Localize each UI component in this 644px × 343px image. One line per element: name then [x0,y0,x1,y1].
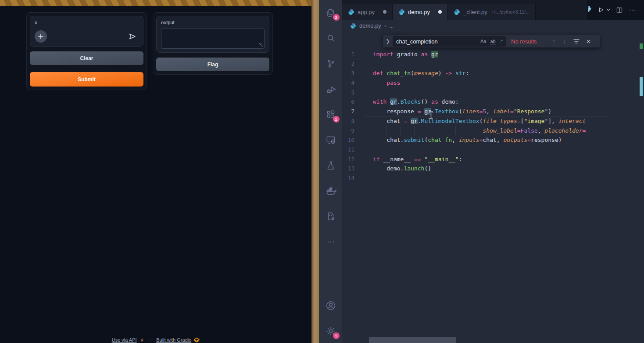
code-line[interactable]: 7 response = gr.Textbox(lines=5, label="… [342,107,609,116]
output-form: output Flag [153,12,273,75]
find-input-wrap: Aa ab .* [393,36,506,47]
match-case-icon[interactable]: Aa [480,39,486,44]
tab-label: app.py [358,9,375,15]
more-icon[interactable] [325,236,337,248]
plus-icon [38,34,43,39]
line-number: 3 [342,69,363,78]
explorer-badge: 2 [333,14,340,21]
find-in-selection-icon[interactable] [573,39,580,44]
code-line[interactable]: 2 [342,59,609,69]
multimodal-textbox[interactable]: x [30,16,143,47]
python-icon [398,9,405,15]
line-number: 6 [342,97,363,107]
line-number: 5 [342,88,363,97]
code-line[interactable]: 12if __name__ == "__main__": [342,155,609,164]
ruler-selection-mark [640,43,643,49]
built-with-gradio-link[interactable]: Built with Gradio [156,337,191,343]
extensions-icon[interactable]: 1 [325,109,337,120]
split-editor-icon[interactable] [616,7,623,14]
editor-region: app.py demo.py _client.py ~/.../python3.… [342,0,644,343]
explorer-icon[interactable]: 2 [325,7,337,18]
minimap[interactable] [609,20,639,343]
find-previous-icon[interactable]: ↑ [552,38,555,45]
code-line[interactable]: 4 pass [342,78,609,88]
line-number: 1 [342,50,363,59]
breadcrumb-more[interactable]: ... [389,22,394,29]
code-line[interactable]: 11 [342,145,609,155]
code-line[interactable]: 5 [342,88,609,97]
gradio-footer: Use via API · Built with Gradio [0,337,311,343]
regex-icon[interactable]: .* [500,39,503,44]
code-line[interactable]: 10 chat.submit(chat_fn, inputs=chat, out… [342,135,609,145]
gradio-app: x Clear Submit output [0,0,311,343]
modified-dot-icon[interactable] [438,10,442,14]
breadcrumb-file[interactable]: demo.py [359,22,381,29]
gradio-row: x Clear Submit output [0,6,311,90]
line-number: 2 [342,59,363,69]
toggle-replace-icon[interactable]: ❯ [383,38,393,44]
tab-label: demo.py [408,9,430,15]
submit-button[interactable]: Submit [30,72,143,87]
breadcrumb[interactable]: demo.py › ... [342,20,644,32]
python-icon [588,6,592,14]
source-control-icon[interactable] [325,58,337,69]
use-via-api-link[interactable]: Use via API [112,337,137,343]
search-icon[interactable] [325,32,337,44]
clear-button[interactable]: Clear [30,51,143,65]
settings-badge: 1 [333,332,340,339]
code-line[interactable]: 14 [342,173,609,183]
docker-icon[interactable] [325,185,337,197]
api-bolt-icon [140,338,144,343]
accounts-icon[interactable] [325,300,337,311]
remote-explorer-icon[interactable] [325,134,337,146]
line-number: 10 [342,135,363,145]
vscode-window: 2 1 [319,0,644,343]
flag-button[interactable]: Flag [156,58,269,71]
attach-file-button[interactable] [35,30,47,43]
find-results-status: No results [511,38,551,45]
tab-bar: app.py demo.py _client.py ~/.../python3.… [342,0,644,20]
line-number: 8 [342,116,363,126]
modified-dot-icon[interactable] [383,10,386,14]
code-editor[interactable]: 1import gradio as gr23def chat_fn(messag… [342,32,609,337]
screen: x Clear Submit output [0,0,644,343]
footer-separator: · [150,337,151,343]
settings-gear-icon[interactable]: 1 [325,325,337,337]
python-icon [348,9,354,15]
testing-icon[interactable] [325,160,337,171]
tab-app-py[interactable]: app.py [342,4,393,20]
progress-stripe-bar [0,0,311,6]
send-button[interactable] [125,30,139,43]
close-find-icon[interactable]: ✕ [586,38,591,45]
code-line[interactable]: 9 show_label=False, placeholder= [342,126,609,136]
tab-client-py[interactable]: _client.py ~/.../python3.11/... [448,4,536,20]
find-input[interactable] [393,38,480,45]
find-next-icon[interactable]: ↓ [563,38,566,45]
output-block: output [156,16,269,53]
send-icon [129,33,136,40]
overview-ruler [639,20,644,343]
tab-demo-py[interactable]: demo.py [393,4,448,20]
tab-label: _client.py [463,9,487,15]
resize-handle-icon[interactable] [259,43,263,47]
run-debug-icon[interactable] [325,83,337,95]
input-label: x [35,20,139,25]
line-number: 11 [342,145,363,155]
output-textarea[interactable] [161,29,265,49]
ruler-modified-mark [640,77,643,96]
run-python-file-button[interactable] [597,6,610,14]
find-widget: ❯ Aa ab .* No results ↑ ↓ ✕ [383,35,600,48]
line-number: 13 [342,164,363,173]
line-number: 4 [342,78,363,88]
code-line[interactable]: 6with gr.Blocks() as demo: [342,97,609,107]
code-line[interactable]: 8 chat = gr.MultimodalTextbox(file_types… [342,116,609,126]
python-icon [350,23,356,29]
horizontal-scrollbar[interactable] [369,337,456,343]
more-actions-icon[interactable] [629,7,636,14]
line-number: 12 [342,155,363,164]
runner-settings-icon[interactable] [325,211,337,222]
code-line[interactable]: 3def chat_fn(message) -> str: [342,69,609,78]
code-line[interactable]: 1import gradio as gr [342,50,609,59]
code-line[interactable]: 13 demo.launch() [342,164,609,173]
whole-word-icon[interactable]: ab [490,39,495,44]
